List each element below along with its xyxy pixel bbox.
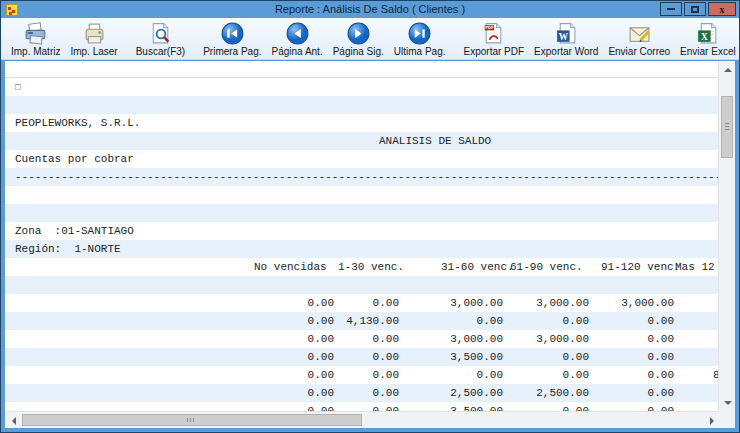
next-page-icon (346, 21, 371, 46)
column-header: Mas 12 (675, 258, 715, 276)
cell-61-90: 0.00 (499, 312, 589, 330)
table-row: 53-LABORATORIO CUBARBS, S.R.L.. 0.00 0.0… (5, 402, 720, 411)
previous-page-icon (285, 21, 310, 46)
ultima-pag-button[interactable]: Ultima Pag. (389, 19, 451, 59)
minimize-icon (667, 8, 675, 10)
window-title: Reporte : Análisis De Saldo ( Clientes ) (1, 1, 739, 18)
report-top-strip (5, 61, 720, 78)
vertical-scrollbar[interactable] (718, 61, 735, 411)
scroll-left-button[interactable] (5, 412, 22, 429)
column-header: 91-120 venc. (601, 258, 680, 276)
horizontal-scrollbar[interactable] (5, 411, 720, 428)
cell-91-120: 0.00 (584, 348, 674, 366)
scrollbar-corner (718, 411, 735, 428)
report-line-empty (5, 96, 720, 114)
column-header: 31-60 venc. (441, 258, 514, 276)
table-row: 2-BIOCARIBE S.A. 0.00 0.00 3,000.00 3,00… (5, 294, 720, 312)
cell-61-90: 0.00 (499, 348, 589, 366)
cell-91-120: 0.00 (584, 366, 674, 384)
cell-31-60: 3,000.00 (413, 294, 503, 312)
cell-1-30: 0.00 (309, 402, 399, 411)
table-header-row: Establecimiento No vencidas 1-30 venc. 3… (5, 258, 720, 276)
pagina-sig-button[interactable]: Página Sig. (328, 19, 389, 59)
report-subtitle: Cuentas por cobrar (5, 150, 720, 168)
unknown-glyph-box: □ (15, 83, 20, 93)
cell-1-30: 0.00 (309, 330, 399, 348)
cell-61-90: 3,000.00 (499, 294, 589, 312)
last-page-icon (407, 21, 432, 46)
pagina-ant-button[interactable]: Página Ant. (267, 19, 328, 59)
report-content: □ PEOPLEWORKS, S.R.L. ANALISIS DE SALDO … (5, 61, 735, 428)
buscar-button[interactable]: Buscar(F3) (131, 19, 190, 59)
search-document-icon (148, 21, 173, 46)
cell-61-90: 2,500.00 (499, 384, 589, 402)
report-region: Región: 1-NORTE (5, 240, 720, 258)
up-arrow-icon (724, 64, 732, 72)
pdf-icon: PDF (481, 21, 506, 46)
report-line-empty (5, 186, 720, 204)
window-controls: x (658, 2, 736, 16)
cell-1-30: 0.00 (309, 294, 399, 312)
table-row: 51-SUPERMERCADO SAN LUIS 0.00 0.00 2,500… (5, 384, 720, 402)
mail-icon (627, 21, 652, 46)
cell-91-120: 3,000.00 (584, 294, 674, 312)
down-arrow-icon (724, 401, 732, 409)
laser-printer-icon (82, 21, 107, 46)
thumb-grip-icon (187, 418, 196, 422)
cell-31-60: 0.00 (413, 366, 503, 384)
toolbar: Imp. Matriz Imp. Laser Buscar(F3) (1, 18, 739, 60)
cell-31-60: 3,500.00 (413, 348, 503, 366)
cell-31-60: 3,000.00 (413, 330, 503, 348)
exportar-word-button[interactable]: W Exportar Word (529, 19, 603, 59)
cell-1-30: 0.00 (309, 366, 399, 384)
report-zona: Zona :01-SANTIAGO (5, 222, 720, 240)
cell-1-30: 4,130.00 (309, 312, 399, 330)
cell-91-120: 0.00 (584, 312, 674, 330)
minimize-button[interactable] (660, 2, 682, 16)
titlebar: Reporte : Análisis De Saldo ( Clientes )… (1, 1, 739, 18)
word-icon: W (554, 21, 579, 46)
matrix-printer-icon (23, 21, 48, 46)
table-row: 50-DISTRIBUIDORA BROWN 0.00 0.00 0.00 0.… (5, 366, 720, 384)
cell-91-120: 0.00 (584, 402, 674, 411)
cell-61-90: 0.00 (499, 402, 589, 411)
close-button[interactable]: x (708, 2, 736, 16)
report-divider: ----------------------------------------… (5, 168, 720, 186)
column-header: 1-30 venc. (338, 258, 404, 276)
scroll-up-button[interactable] (719, 61, 736, 78)
cell-91-120: 0.00 (584, 330, 674, 348)
enviar-excel-button[interactable]: X Enviar Excel (675, 19, 740, 59)
report-line-empty (5, 204, 720, 222)
imp-laser-button[interactable]: Imp. Laser (65, 19, 122, 59)
vertical-scroll-thumb[interactable] (721, 96, 733, 158)
cell-31-60: 0.00 (413, 312, 503, 330)
cell-61-90: 0.00 (499, 366, 589, 384)
svg-text:PDF: PDF (485, 25, 494, 30)
table-row: 37-COMPUTINTA INTERNACIONAL 0.00 0.00 3,… (5, 330, 720, 348)
thumb-grip-icon (725, 123, 729, 132)
exportar-pdf-button[interactable]: PDF Exportar PDF (459, 19, 530, 59)
imp-matriz-button[interactable]: Imp. Matriz (6, 19, 65, 59)
report-company: PEOPLEWORKS, S.R.L. (5, 114, 720, 132)
maximize-icon (691, 6, 699, 13)
report-viewport[interactable]: □ PEOPLEWORKS, S.R.L. ANALISIS DE SALDO … (5, 61, 720, 411)
horizontal-scroll-thumb[interactable] (22, 414, 362, 426)
cell-1-30: 0.00 (309, 384, 399, 402)
cell-1-30: 0.00 (309, 348, 399, 366)
maximize-button[interactable] (684, 2, 706, 16)
scroll-down-button[interactable] (719, 394, 736, 411)
right-arrow-icon (710, 417, 718, 425)
report-line-marker: □ (5, 78, 720, 96)
report-window: Reporte : Análisis De Saldo ( Clientes )… (0, 0, 740, 433)
column-header: 61-90 venc. (510, 258, 583, 276)
cell-31-60: 2,500.00 (413, 384, 503, 402)
svg-text:W: W (558, 32, 568, 42)
primera-pag-button[interactable]: Primera Pag. (198, 19, 266, 59)
cell-31-60: 3,500.00 (413, 402, 503, 411)
first-page-icon (220, 21, 245, 46)
excel-icon: X (695, 21, 720, 46)
enviar-correo-button[interactable]: Enviar Correo (603, 19, 675, 59)
report-line-empty (5, 276, 720, 294)
column-header: No vencidas (254, 258, 327, 276)
left-arrow-icon (8, 417, 16, 425)
